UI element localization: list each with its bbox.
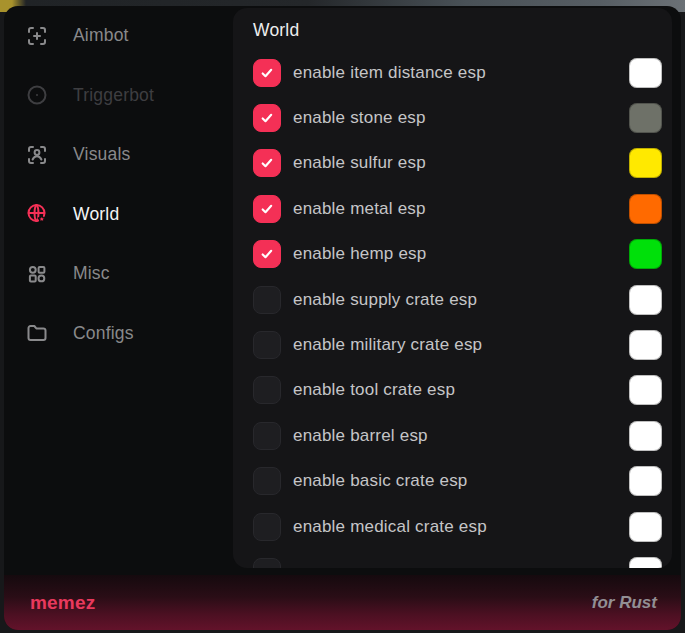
esp-option-label: enable sulfur esp (293, 153, 629, 173)
esp-checkbox[interactable] (253, 240, 281, 268)
esp-color-swatch[interactable] (629, 103, 662, 133)
sidebar-item-visuals[interactable]: Visuals (25, 125, 233, 185)
esp-checkbox[interactable] (253, 195, 281, 223)
esp-row: enable item distance esp (253, 50, 662, 95)
esp-checkbox[interactable] (253, 149, 281, 177)
sidebar-item-label: Configs (73, 323, 134, 344)
esp-checkbox[interactable] (253, 104, 281, 132)
sidebar-item-world[interactable]: World (25, 185, 233, 245)
sidebar-item-aimbot[interactable]: Aimbot (25, 6, 233, 66)
esp-row: enable tool crate esp (253, 368, 662, 413)
shapes-grid-icon (25, 262, 49, 286)
esp-color-swatch[interactable] (629, 58, 662, 88)
esp-color-swatch[interactable] (629, 330, 662, 360)
content-panel: World enable item distance esp enable st… (233, 8, 672, 568)
esp-option-label: enable tool crate esp (293, 380, 629, 400)
esp-row: enable medical crate esp (253, 504, 662, 549)
esp-row: enable supply crate esp (253, 277, 662, 322)
person-scan-icon (25, 143, 49, 167)
esp-checkbox[interactable] (253, 376, 281, 404)
esp-option-label: enable metal esp (293, 199, 629, 219)
esp-checkbox[interactable] (253, 59, 281, 87)
esp-color-swatch[interactable] (629, 375, 662, 405)
esp-checkbox[interactable] (253, 558, 281, 568)
crosshair-scan-icon (25, 24, 49, 48)
esp-row: enable basic crate esp (253, 459, 662, 504)
sidebar-item-label: Triggerbot (73, 85, 154, 106)
esp-row: enable military crate esp (253, 322, 662, 367)
esp-color-swatch[interactable] (629, 466, 662, 496)
sidebar: Aimbot Triggerbot Visuals World Misc Con… (4, 6, 233, 575)
esp-option-label: enable military crate esp (293, 335, 629, 355)
esp-checkbox[interactable] (253, 286, 281, 314)
esp-checkbox[interactable] (253, 422, 281, 450)
esp-row: enable barrel esp (253, 413, 662, 458)
esp-row: enable sulfur esp (253, 141, 662, 186)
esp-option-label: enable stone esp (293, 108, 629, 128)
esp-option-label: enable medical crate esp (293, 517, 629, 537)
esp-row: enable metal esp (253, 186, 662, 231)
esp-color-swatch[interactable] (629, 239, 662, 269)
esp-option-label: enable barrel esp (293, 426, 629, 446)
esp-color-swatch[interactable] (629, 148, 662, 178)
brand-name: memez (30, 592, 95, 614)
globe-icon (25, 202, 49, 226)
cheat-menu-window: Aimbot Triggerbot Visuals World Misc Con… (4, 6, 681, 630)
sidebar-item-label: World (73, 204, 119, 225)
esp-color-swatch[interactable] (629, 512, 662, 542)
esp-row (253, 549, 662, 568)
sidebar-item-triggerbot[interactable]: Triggerbot (25, 66, 233, 126)
esp-options-list: enable item distance esp enable stone es… (253, 50, 662, 568)
esp-option-label: enable supply crate esp (293, 290, 629, 310)
sidebar-item-configs[interactable]: Configs (25, 304, 233, 364)
esp-color-swatch[interactable] (629, 285, 662, 315)
esp-row: enable stone esp (253, 95, 662, 140)
esp-option-label: enable hemp esp (293, 244, 629, 264)
esp-option-label: enable basic crate esp (293, 471, 629, 491)
esp-color-swatch[interactable] (629, 421, 662, 451)
sidebar-item-label: Aimbot (73, 25, 129, 46)
page-title: World (253, 20, 672, 41)
esp-color-swatch[interactable] (629, 194, 662, 224)
esp-color-swatch[interactable] (629, 557, 662, 568)
sidebar-item-label: Visuals (73, 144, 131, 165)
brand-tagline: for Rust (592, 593, 657, 613)
esp-checkbox[interactable] (253, 331, 281, 359)
esp-checkbox[interactable] (253, 513, 281, 541)
sidebar-item-label: Misc (73, 263, 110, 284)
esp-checkbox[interactable] (253, 467, 281, 495)
circle-dot-icon (25, 83, 49, 107)
esp-row: enable hemp esp (253, 232, 662, 277)
esp-option-label: enable item distance esp (293, 63, 629, 83)
footer: memez for Rust (4, 575, 681, 630)
sidebar-item-misc[interactable]: Misc (25, 244, 233, 304)
folder-icon (25, 321, 49, 345)
